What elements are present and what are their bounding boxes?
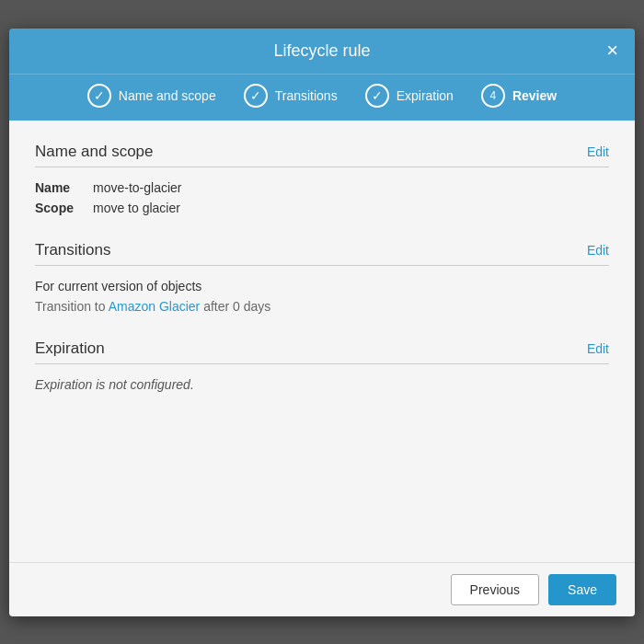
transitions-header: Transitions Edit: [35, 241, 609, 266]
name-scope-title: Name and scope: [35, 143, 154, 161]
close-button[interactable]: ×: [606, 40, 618, 61]
step-expiration-icon: [365, 84, 389, 108]
name-scope-section: Name and scope Edit Name move-to-glacier…: [35, 143, 609, 215]
transition-suffix: after 0 days: [203, 299, 270, 314]
expiration-header: Expiration Edit: [35, 339, 609, 364]
step-expiration-label: Expiration: [397, 88, 454, 103]
expiration-section: Expiration Edit Expiration is not config…: [35, 339, 609, 392]
transitions-title: Transitions: [35, 241, 111, 259]
modal-body: Name and scope Edit Name move-to-glacier…: [9, 121, 635, 562]
expiration-edit-link[interactable]: Edit: [587, 341, 609, 356]
step-transitions-label: Transitions: [275, 88, 338, 103]
expiration-note: Expiration is not configured.: [35, 377, 609, 392]
transitions-edit-link[interactable]: Edit: [587, 243, 609, 258]
expiration-title: Expiration: [35, 339, 105, 358]
scope-field-row: Scope move to glacier: [35, 201, 609, 215]
steps-bar: Name and scope Transitions Expiration 4 …: [9, 74, 635, 121]
scope-label: Scope: [35, 201, 86, 215]
transitions-section: Transitions Edit For current version of …: [35, 241, 609, 314]
modal-title: Lifecycle rule: [273, 41, 370, 61]
name-label: Name: [35, 180, 86, 195]
transition-destination: Amazon Glacier: [109, 299, 201, 314]
transitions-description: For current version of objects: [35, 279, 609, 293]
name-scope-edit-link[interactable]: Edit: [587, 144, 609, 159]
name-field-row: Name move-to-glacier: [35, 180, 609, 195]
modal-footer: Previous Save: [9, 562, 635, 616]
transitions-detail: Transition to Amazon Glacier after 0 day…: [35, 299, 609, 314]
name-value: move-to-glacier: [93, 180, 181, 195]
transition-prefix: Transition to: [35, 299, 106, 314]
step-review-label: Review: [512, 88, 557, 103]
step-name-scope-icon: [87, 84, 111, 108]
save-button[interactable]: Save: [548, 574, 616, 605]
name-scope-header: Name and scope Edit: [35, 143, 609, 167]
step-review-icon: 4: [481, 84, 505, 108]
lifecycle-rule-modal: Lifecycle rule × Name and scope Transiti…: [9, 29, 635, 616]
step-transitions[interactable]: Transitions: [244, 84, 338, 108]
modal-header: Lifecycle rule ×: [9, 29, 635, 74]
step-review[interactable]: 4 Review: [481, 84, 557, 108]
step-transitions-icon: [244, 84, 268, 108]
step-name-scope-label: Name and scope: [119, 88, 216, 103]
step-expiration[interactable]: Expiration: [365, 84, 454, 108]
scope-value: move to glacier: [93, 201, 180, 215]
previous-button[interactable]: Previous: [451, 574, 539, 605]
step-name-scope[interactable]: Name and scope: [87, 84, 216, 108]
